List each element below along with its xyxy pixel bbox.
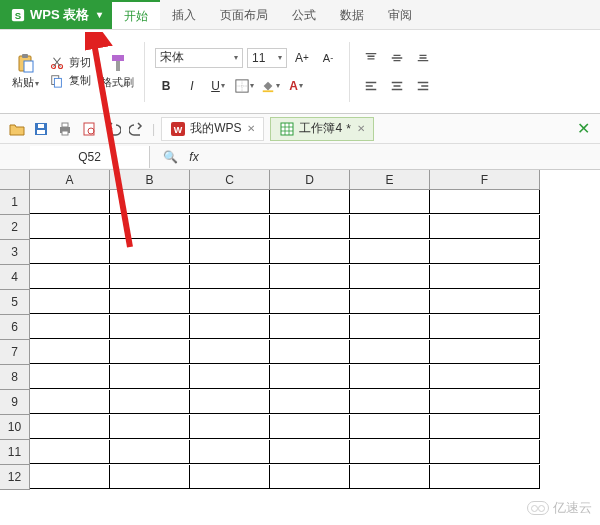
- cell[interactable]: [30, 440, 110, 464]
- cell[interactable]: [270, 240, 350, 264]
- cell[interactable]: [350, 340, 430, 364]
- cell[interactable]: [30, 415, 110, 439]
- cell[interactable]: [430, 365, 540, 389]
- font-size-select[interactable]: 11▾: [247, 48, 287, 68]
- cell[interactable]: [110, 290, 190, 314]
- cell[interactable]: [270, 215, 350, 239]
- font-color-icon[interactable]: A▾: [285, 75, 307, 97]
- cell[interactable]: [190, 340, 270, 364]
- cell[interactable]: [110, 465, 190, 489]
- align-right-icon[interactable]: [412, 75, 434, 97]
- cell[interactable]: [350, 240, 430, 264]
- cell[interactable]: [110, 365, 190, 389]
- doc-tab-wps-home[interactable]: W 我的WPS ✕: [161, 117, 264, 141]
- cell[interactable]: [30, 190, 110, 214]
- cell[interactable]: [30, 340, 110, 364]
- redo-icon[interactable]: [128, 120, 146, 138]
- paste-label[interactable]: 粘贴▾: [12, 75, 39, 90]
- cell[interactable]: [350, 390, 430, 414]
- cell[interactable]: [30, 265, 110, 289]
- column-header[interactable]: A: [30, 170, 110, 190]
- cell[interactable]: [430, 340, 540, 364]
- cell[interactable]: [270, 340, 350, 364]
- name-box[interactable]: Q52: [30, 146, 150, 168]
- row-header[interactable]: 7: [0, 340, 30, 365]
- print-preview-icon[interactable]: [80, 120, 98, 138]
- cell[interactable]: [190, 440, 270, 464]
- cell[interactable]: [30, 290, 110, 314]
- cell[interactable]: [430, 465, 540, 489]
- cell[interactable]: [350, 190, 430, 214]
- fill-color-icon[interactable]: ▾: [259, 75, 281, 97]
- cell[interactable]: [270, 440, 350, 464]
- cell[interactable]: [430, 215, 540, 239]
- align-bottom-icon[interactable]: [412, 47, 434, 69]
- cell[interactable]: [270, 315, 350, 339]
- undo-icon[interactable]: [104, 120, 122, 138]
- italic-button[interactable]: I: [181, 75, 203, 97]
- cell[interactable]: [110, 240, 190, 264]
- copy-icon[interactable]: [49, 73, 65, 89]
- cell[interactable]: [110, 315, 190, 339]
- cell[interactable]: [430, 290, 540, 314]
- row-header[interactable]: 8: [0, 365, 30, 390]
- format-painter-label[interactable]: 格式刷: [101, 75, 134, 90]
- cell[interactable]: [110, 440, 190, 464]
- cell[interactable]: [350, 440, 430, 464]
- menu-tab-data[interactable]: 数据: [328, 0, 376, 29]
- column-header[interactable]: C: [190, 170, 270, 190]
- cell[interactable]: [350, 215, 430, 239]
- cell[interactable]: [430, 315, 540, 339]
- copy-label[interactable]: 复制: [69, 73, 91, 88]
- row-header[interactable]: 3: [0, 240, 30, 265]
- cell[interactable]: [270, 290, 350, 314]
- align-middle-icon[interactable]: [386, 47, 408, 69]
- cell[interactable]: [190, 190, 270, 214]
- cell[interactable]: [110, 265, 190, 289]
- cell[interactable]: [110, 340, 190, 364]
- row-header[interactable]: 12: [0, 465, 30, 490]
- borders-icon[interactable]: ▾: [233, 75, 255, 97]
- menu-tab-review[interactable]: 审阅: [376, 0, 424, 29]
- paste-icon[interactable]: [16, 53, 36, 73]
- cell[interactable]: [190, 290, 270, 314]
- app-menu-button[interactable]: S WPS 表格 ▾: [0, 0, 112, 29]
- doc-tab-workbook[interactable]: 工作簿4 * ✕: [270, 117, 373, 141]
- align-center-icon[interactable]: [386, 75, 408, 97]
- row-header[interactable]: 2: [0, 215, 30, 240]
- select-all-corner[interactable]: [0, 170, 30, 190]
- menu-tab-insert[interactable]: 插入: [160, 0, 208, 29]
- column-header[interactable]: F: [430, 170, 540, 190]
- cell[interactable]: [270, 190, 350, 214]
- cell[interactable]: [430, 265, 540, 289]
- underline-button[interactable]: U▾: [207, 75, 229, 97]
- cell[interactable]: [190, 415, 270, 439]
- cell[interactable]: [110, 215, 190, 239]
- cell[interactable]: [350, 265, 430, 289]
- cell[interactable]: [190, 390, 270, 414]
- search-icon[interactable]: 🔍: [158, 150, 182, 164]
- cell[interactable]: [110, 390, 190, 414]
- menu-tab-layout[interactable]: 页面布局: [208, 0, 280, 29]
- cell[interactable]: [430, 190, 540, 214]
- cell[interactable]: [190, 265, 270, 289]
- cell[interactable]: [190, 215, 270, 239]
- cut-label[interactable]: 剪切: [69, 55, 91, 70]
- new-tab-icon[interactable]: ✕: [574, 120, 592, 138]
- column-header[interactable]: B: [110, 170, 190, 190]
- row-header[interactable]: 4: [0, 265, 30, 290]
- open-icon[interactable]: [8, 120, 26, 138]
- row-header[interactable]: 10: [0, 415, 30, 440]
- cell[interactable]: [110, 415, 190, 439]
- increase-font-icon[interactable]: A+: [291, 47, 313, 69]
- bold-button[interactable]: B: [155, 75, 177, 97]
- font-name-select[interactable]: 宋体▾: [155, 48, 243, 68]
- cell[interactable]: [430, 240, 540, 264]
- row-header[interactable]: 1: [0, 190, 30, 215]
- cell[interactable]: [30, 240, 110, 264]
- cell[interactable]: [30, 390, 110, 414]
- scissors-icon[interactable]: [49, 55, 65, 71]
- row-header[interactable]: 5: [0, 290, 30, 315]
- decrease-font-icon[interactable]: A-: [317, 47, 339, 69]
- cell[interactable]: [350, 315, 430, 339]
